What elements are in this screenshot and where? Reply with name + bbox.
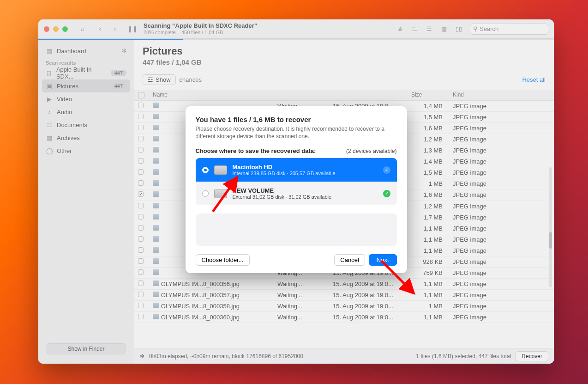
annotation-arrow	[379, 258, 419, 300]
folder-dropzone[interactable]	[196, 213, 397, 246]
row-checkbox[interactable]	[138, 114, 144, 119]
sidebar-item-label: Documents	[57, 122, 87, 128]
row-checkbox[interactable]	[138, 103, 144, 108]
sidebar-item[interactable]: ▶Video	[42, 92, 130, 105]
home-button[interactable]: ⌂	[76, 24, 89, 35]
sidebar-item[interactable]: ▦Archives	[42, 131, 130, 144]
grid-view-icon[interactable]: ▦	[438, 24, 450, 35]
back-button[interactable]: ‹	[94, 24, 107, 35]
col-preview[interactable]	[274, 90, 329, 100]
file-size: 1,2 MB	[408, 201, 449, 212]
sidebar-dashboard-label: Dashboard	[57, 48, 86, 55]
radio-icon[interactable]	[202, 167, 209, 173]
file-size: 1 MB	[408, 178, 449, 189]
col-date[interactable]	[329, 90, 408, 100]
thumbnail-icon	[153, 125, 159, 130]
dialog-title: You have 1 files / 1,6 MB to recover	[196, 116, 397, 123]
row-checkbox[interactable]	[138, 258, 144, 264]
dialog-subtitle: Please choose recovery destination. It i…	[196, 125, 397, 140]
col-name[interactable]: Name	[149, 90, 274, 100]
table-row[interactable]: OLYMPUS IM...8_000360.jpgWaiting...15. A…	[134, 311, 554, 323]
col-size[interactable]: Size	[408, 90, 449, 100]
check-icon: ✓	[383, 190, 390, 197]
sidebar-item[interactable]: ⌸Apple Built In SDX...447	[42, 67, 130, 79]
sidebar-item[interactable]: ▣Pictures447	[42, 79, 130, 92]
new-file-icon[interactable]: 🗎	[393, 24, 406, 35]
sidebar-item[interactable]: ◯Other	[42, 144, 130, 157]
row-checkbox[interactable]	[138, 269, 144, 275]
show-label: Show	[156, 76, 171, 83]
row-checkbox[interactable]	[138, 191, 144, 197]
scrollbar[interactable]	[549, 167, 552, 287]
view-group: 🗎 🗀 ☰ ▦ ▯▯	[393, 24, 465, 35]
row-checkbox[interactable]	[138, 292, 144, 297]
file-size: 1,6 MB	[408, 189, 449, 201]
file-preview: Waiting...	[274, 311, 329, 323]
show-filter[interactable]: ☲ Show	[143, 74, 176, 85]
forward-button[interactable]: ›	[108, 24, 121, 35]
row-checkbox[interactable]	[138, 225, 144, 231]
row-checkbox[interactable]	[138, 280, 144, 286]
row-checkbox[interactable]	[138, 314, 144, 319]
scan-subtitle: 28% complete – 450 files / 1,04 GB	[144, 30, 282, 36]
recover-button[interactable]: Recover	[516, 351, 548, 361]
sidebar-item-icon: ▶	[46, 96, 53, 103]
choose-folder-button[interactable]: Choose folder...	[196, 254, 250, 266]
sidebar-item-label: Video	[57, 96, 72, 103]
choose-label: Choose where to save the recovered data:	[196, 147, 316, 154]
scan-title: Scanning “Apple Built In SDXC Reader”	[144, 22, 282, 30]
cancel-button[interactable]: Cancel	[334, 254, 365, 266]
row-checkbox[interactable]	[138, 169, 144, 175]
reset-all-link[interactable]: Reset all	[522, 76, 546, 83]
show-in-finder-button[interactable]: Show in Finder	[47, 343, 126, 354]
thumbnail-icon	[153, 303, 159, 308]
row-checkbox[interactable]	[138, 247, 144, 253]
row-checkbox[interactable]	[138, 158, 144, 164]
row-checkbox[interactable]	[138, 203, 144, 208]
file-kind: JPEG image	[449, 134, 554, 145]
row-checkbox[interactable]	[138, 303, 144, 308]
pause-button[interactable]: ❚❚	[126, 24, 139, 35]
thumbnail-icon	[153, 214, 159, 219]
thumbnail-icon	[153, 269, 159, 275]
status-bar: ✻ 0h03m elapsed, ~0h09m remain, block 17…	[134, 348, 554, 364]
table-row[interactable]: OLYMPUS IM...8_000357.jpgWaiting...15. A…	[134, 289, 554, 300]
col-kind[interactable]: Kind	[449, 90, 554, 100]
row-checkbox[interactable]	[138, 236, 144, 242]
table-row[interactable]: OLYMPUS IM...8_000356.jpgWaiting...15. A…	[134, 278, 554, 289]
file-kind: JPEG image	[449, 111, 554, 122]
file-size: 1,4 MB	[408, 156, 449, 167]
row-checkbox[interactable]	[138, 180, 144, 186]
file-kind: JPEG image	[449, 178, 554, 189]
sidebar-item-label: Audio	[57, 109, 72, 116]
thumbnail-icon	[153, 169, 159, 175]
collapse-all-button[interactable]: −	[138, 92, 144, 98]
sidebar-item-badge: 447	[111, 70, 126, 76]
row-checkbox[interactable]	[138, 136, 144, 141]
list-view-icon[interactable]: ☰	[423, 24, 436, 35]
file-kind: JPEG image	[449, 167, 554, 178]
sidebar-item-label: Other	[57, 147, 72, 154]
device-sub: Internal 239,85 GB disk · 205,57 GB avai…	[233, 171, 336, 176]
sidebar-item-label: Archives	[57, 134, 80, 141]
table-header-row: − Name Size Kind	[134, 90, 554, 100]
row-checkbox[interactable]	[138, 147, 144, 152]
maximize-button[interactable]	[62, 26, 68, 32]
row-checkbox[interactable]	[138, 214, 144, 219]
window-controls	[44, 26, 68, 32]
sidebar-item[interactable]: ☷Documents	[42, 118, 130, 131]
radio-icon[interactable]	[202, 190, 209, 197]
row-checkbox[interactable]	[138, 125, 144, 130]
thumbnail-icon	[153, 225, 159, 231]
sidebar-dashboard[interactable]: ▦ Dashboard ✻	[42, 44, 130, 57]
columns-view-icon[interactable]: ▯▯	[452, 24, 465, 35]
close-button[interactable]	[44, 26, 49, 32]
minimize-button[interactable]	[53, 26, 59, 32]
folder-icon[interactable]: 🗀	[408, 24, 421, 35]
sidebar-item[interactable]: ♪Audio	[42, 105, 130, 118]
scrollbar-thumb[interactable]	[549, 232, 552, 249]
file-kind: JPEG image	[449, 256, 554, 267]
table-row[interactable]: OLYMPUS IM...8_000358.jpgWaiting...15. A…	[134, 300, 554, 311]
thumbnail-icon	[153, 114, 159, 119]
search-input[interactable]: ⚲ Search	[470, 24, 548, 35]
